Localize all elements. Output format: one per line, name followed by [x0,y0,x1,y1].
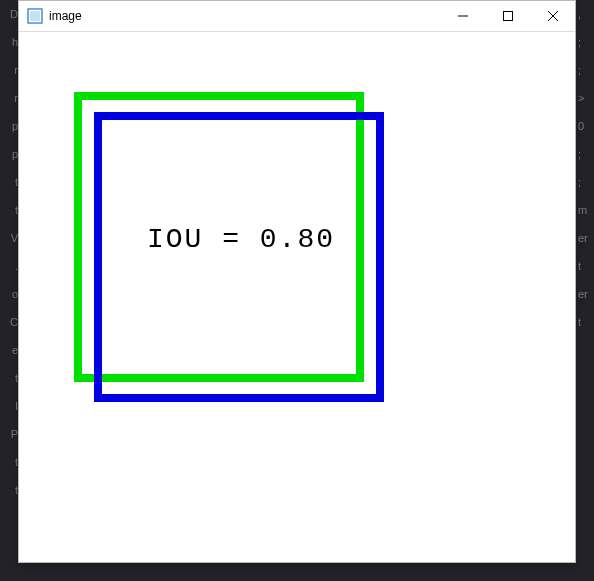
editor-background-left: D h r r p p t t V . o C e t I P t t [0,0,20,581]
bounding-box-blue [94,112,384,402]
window-title: image [49,9,440,23]
svg-rect-1 [30,11,40,21]
titlebar[interactable]: image [19,1,575,32]
maximize-button[interactable] [485,1,530,31]
image-canvas: IOU = 0.80 [19,32,575,562]
app-icon [27,8,43,24]
close-button[interactable] [530,1,575,31]
editor-background-right: , ; ; > 0 ; ; m er t er t [576,0,594,581]
minimize-button[interactable] [440,1,485,31]
iou-label: IOU = 0.80 [147,224,335,255]
image-window: image IOU = 0.80 [18,0,576,563]
svg-rect-3 [503,12,512,21]
